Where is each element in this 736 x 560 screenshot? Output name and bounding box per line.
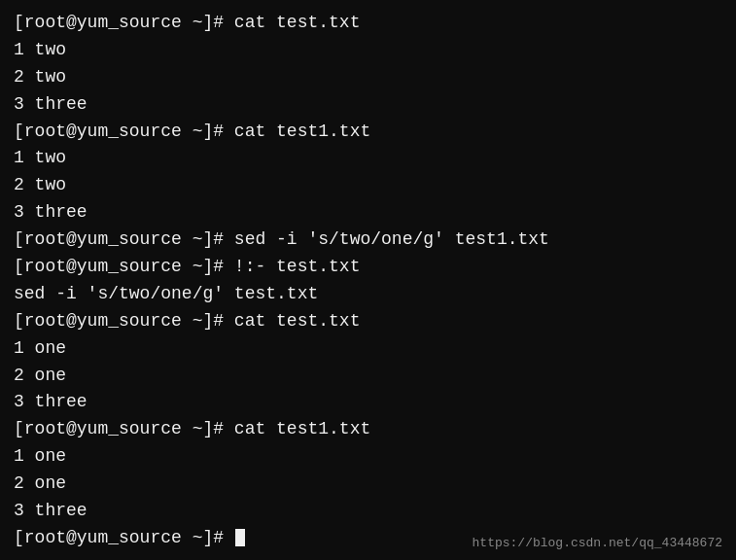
terminal-line: 1 one (14, 443, 722, 471)
prompt-text: [root@yum_source ~]# (14, 528, 234, 547)
terminal-line: 3 three (14, 498, 722, 525)
terminal-line: 2 one (14, 363, 722, 390)
terminal-line: [root@yum_source ~]# cat test.txt (14, 10, 722, 37)
terminal-line: [root@yum_source ~]# cat test1.txt (14, 119, 722, 146)
terminal-line: [root@yum_source ~]# cat test.txt (14, 308, 722, 335)
terminal-line: 2 two (14, 64, 722, 91)
terminal-line: 2 one (14, 471, 722, 498)
terminal-line: 3 three (14, 199, 722, 227)
terminal-line: 3 three (14, 91, 722, 119)
terminal-line: [root@yum_source ~]# !:- test.txt (14, 254, 722, 281)
terminal-window[interactable]: [root@yum_source ~]# cat test.txt1 two2 … (0, 0, 736, 560)
terminal-line: 3 three (14, 389, 722, 416)
terminal-line: [root@yum_source ~]# sed -i 's/two/one/g… (14, 227, 722, 254)
terminal-line: 1 two (14, 145, 722, 172)
terminal-line: [root@yum_source ~]# cat test1.txt (14, 416, 722, 443)
cursor (235, 529, 245, 546)
terminal-line: 1 one (14, 335, 722, 363)
terminal-line: 2 two (14, 172, 722, 199)
terminal-line: 1 two (14, 37, 722, 64)
terminal-line: sed -i 's/two/one/g' test.txt (14, 281, 722, 308)
watermark: https://blog.csdn.net/qq_43448672 (473, 536, 722, 550)
